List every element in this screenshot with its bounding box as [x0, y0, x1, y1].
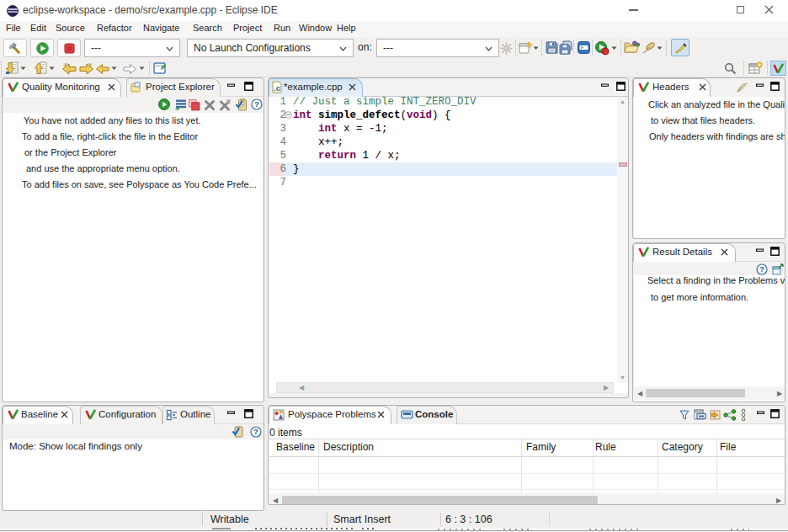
svg-text:?: ? — [254, 99, 259, 109]
svg-text:?: ? — [759, 264, 764, 274]
svg-text:.c: .c — [274, 83, 280, 93]
svg-text:?: ? — [253, 427, 258, 436]
